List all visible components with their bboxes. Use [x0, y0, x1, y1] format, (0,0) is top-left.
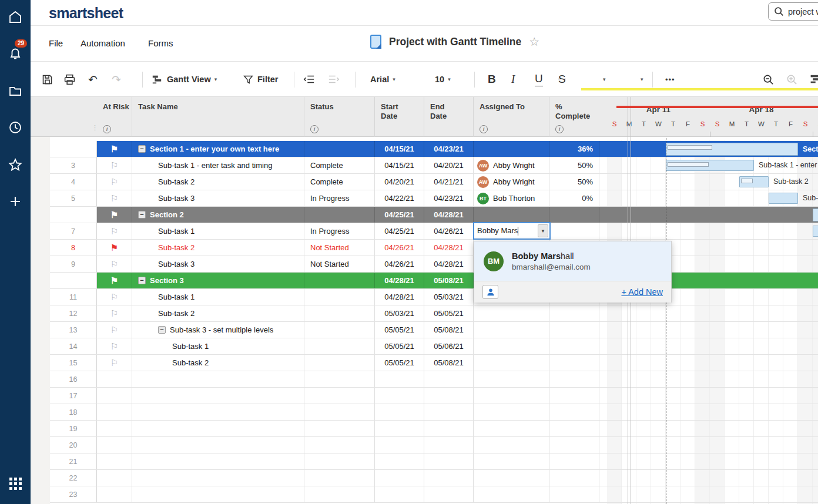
at-risk-cell[interactable]: ⚐ [97, 157, 132, 173]
at-risk-cell[interactable]: ⚐ [97, 355, 132, 371]
end-date-cell[interactable]: 05/08/21 [424, 273, 474, 288]
column-header-status[interactable]: Status i [304, 97, 375, 137]
start-date-cell[interactable]: 04/28/21 [375, 289, 424, 305]
start-date-cell[interactable] [375, 486, 424, 502]
flag-icon[interactable]: ⚐ [110, 358, 118, 367]
at-risk-cell[interactable]: ⚐ [97, 305, 132, 321]
end-date-cell[interactable] [424, 453, 474, 469]
row-7[interactable]: 7⚐Sub-task 1In Progress04/25/2104/26/21 [50, 223, 818, 240]
pct-complete-cell[interactable] [549, 388, 599, 404]
gantt-bar[interactable] [666, 160, 754, 171]
row-number[interactable]: 15 [50, 355, 97, 371]
task-name-cell[interactable]: Sub-task 1 [132, 338, 304, 354]
status-cell[interactable] [304, 289, 375, 305]
row-number[interactable]: 23 [50, 486, 97, 502]
underline-button[interactable]: U [535, 70, 543, 88]
flag-icon[interactable]: ⚐ [110, 227, 118, 236]
flag-icon[interactable]: ⚑ [110, 276, 118, 285]
info-icon[interactable]: i [555, 125, 564, 133]
flag-icon[interactable]: ⚐ [110, 194, 118, 203]
font-family-select[interactable]: Arial ▾ [370, 70, 395, 88]
at-risk-cell[interactable] [97, 437, 132, 453]
assigned-to-cell[interactable] [474, 437, 549, 453]
pct-complete-cell[interactable] [549, 486, 599, 502]
task-name-cell[interactable] [132, 371, 304, 387]
status-cell[interactable] [304, 486, 375, 502]
row-number[interactable]: 16 [50, 371, 97, 387]
task-name-cell[interactable]: −Sub-task 3 - set multiple levels [132, 322, 304, 338]
end-date-cell[interactable]: 04/23/21 [424, 190, 474, 206]
pct-complete-cell[interactable] [549, 437, 599, 453]
outdent-button[interactable] [303, 70, 315, 88]
flag-icon[interactable]: ⚑ [110, 145, 118, 153]
end-date-cell[interactable]: 05/03/21 [424, 289, 474, 305]
font-color-button[interactable]: A [617, 88, 818, 106]
assigned-to-cell[interactable] [474, 371, 549, 387]
collapse-toggle[interactable]: − [138, 145, 146, 153]
pct-complete-cell[interactable]: 50% [549, 157, 599, 173]
row-number[interactable]: 14 [50, 338, 97, 354]
row-3[interactable]: 3⚐Sub-task 1 - enter task and timingComp… [50, 157, 818, 174]
row-number[interactable]: 9 [50, 256, 97, 272]
status-cell[interactable] [304, 371, 375, 387]
font-size-select[interactable]: 10 ▾ [435, 70, 451, 88]
contact-suggestion-item[interactable]: BM Bobby Marshall bmarshall@email.com [474, 241, 671, 281]
at-risk-cell[interactable]: ⚑ [97, 141, 132, 157]
recents-clock-icon[interactable] [0, 117, 31, 137]
row-number[interactable]: 8 [50, 240, 97, 256]
row-number[interactable]: 19 [50, 421, 97, 436]
assigned-to-cell[interactable]: AWAbby Wright [474, 157, 549, 173]
row-4[interactable]: 4⚐Sub-task 2Complete04/20/2104/21/21AWAb… [50, 174, 818, 190]
menu-automation[interactable]: Automation [81, 38, 125, 48]
at-risk-cell[interactable]: ⚐ [97, 322, 132, 338]
status-cell[interactable]: In Progress [304, 223, 375, 239]
end-date-cell[interactable]: 05/08/21 [424, 355, 474, 371]
start-date-cell[interactable]: 04/25/21 [375, 207, 424, 223]
at-risk-cell[interactable]: ⚐ [97, 174, 132, 190]
pct-complete-cell[interactable] [549, 453, 599, 469]
assigned-to-cell[interactable]: BTBob Thorton [474, 190, 549, 206]
collapse-toggle[interactable]: − [158, 326, 166, 334]
row-number[interactable]: 4 [50, 174, 97, 190]
end-date-cell[interactable] [424, 388, 474, 404]
start-date-cell[interactable]: 05/05/21 [375, 338, 424, 354]
row-14[interactable]: 14⚐Sub-task 105/05/2105/06/21 [50, 338, 818, 355]
task-name-cell[interactable]: Sub-task 2 [132, 240, 304, 256]
status-cell[interactable] [304, 437, 375, 453]
task-name-cell[interactable] [132, 453, 304, 469]
assigned-to-cell-editor[interactable]: Bobby Mars ▼ [473, 222, 551, 240]
pct-complete-cell[interactable] [549, 305, 599, 321]
task-name-cell[interactable]: Sub-task 1 [132, 223, 304, 239]
row-number[interactable]: 10 [50, 273, 97, 288]
status-cell[interactable] [304, 355, 375, 371]
strikethrough-button[interactable]: S [558, 70, 566, 88]
pct-complete-cell[interactable]: 0% [549, 190, 599, 206]
flag-icon[interactable]: ⚑ [110, 243, 118, 252]
row-18[interactable]: 18 [50, 404, 818, 421]
fill-color-button[interactable] [582, 70, 818, 88]
status-cell[interactable] [304, 421, 375, 436]
at-risk-cell[interactable]: ⚐ [97, 223, 132, 239]
indent-button[interactable] [328, 70, 340, 88]
end-date-cell[interactable] [424, 437, 474, 453]
flag-icon[interactable]: ⚐ [110, 177, 118, 186]
info-icon[interactable]: i [103, 125, 111, 133]
gantt-bar[interactable] [813, 209, 818, 221]
home-icon[interactable] [0, 7, 31, 27]
row-21[interactable]: 21 [50, 453, 818, 470]
end-date-cell[interactable]: 04/28/21 [424, 240, 474, 256]
menu-file[interactable]: File [49, 38, 63, 48]
status-cell[interactable]: Not Started [304, 256, 375, 272]
column-header-start-date[interactable]: Start Date [375, 97, 424, 137]
task-name-cell[interactable]: Sub-task 2 [132, 174, 304, 190]
flag-icon[interactable]: ⚐ [110, 325, 118, 334]
row-number[interactable]: 2 [50, 141, 97, 157]
assigned-to-cell[interactable] [474, 338, 549, 354]
zoom-out-button[interactable] [763, 70, 774, 88]
fill-color-caret[interactable]: ▾ [603, 70, 606, 88]
flag-icon[interactable]: ⚐ [110, 293, 118, 301]
gantt-bar[interactable] [739, 176, 769, 187]
pct-complete-cell[interactable] [549, 355, 599, 371]
bold-button[interactable]: B [488, 70, 496, 88]
task-name-cell[interactable] [132, 437, 304, 453]
